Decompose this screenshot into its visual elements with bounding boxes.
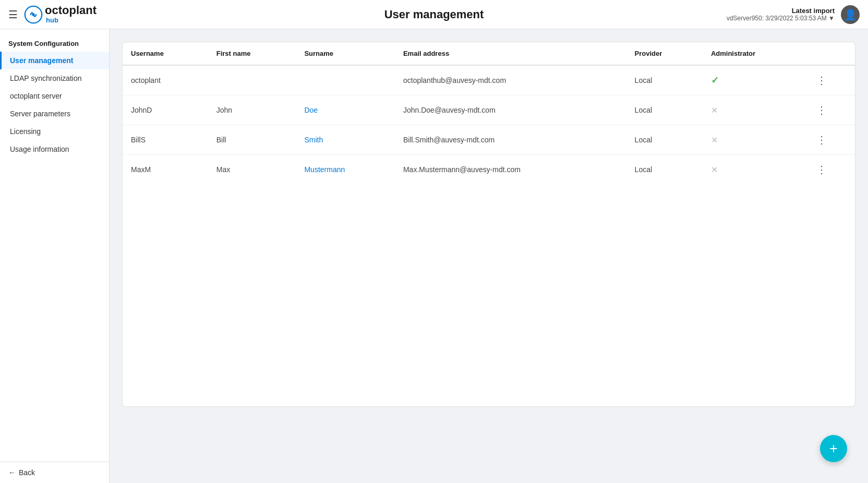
col-email: Email address [395,42,626,65]
table-row: BillSBillSmithBill.Smith@auvesy-mdt.comL… [123,125,855,155]
cell-actions: ⋮ [808,95,855,125]
cell-surname [296,65,395,95]
row-menu-button[interactable]: ⋮ [816,164,827,175]
cell-email: octoplanthub@auvesy-mdt.com [395,65,626,95]
cell-surname: Doe [296,95,395,125]
sidebar-item-ldap[interactable]: LDAP synchronization [0,69,109,87]
sidebar-section-title: System Configuration [0,33,109,52]
sidebar-item-usage-information[interactable]: Usage information [0,140,109,158]
cell-administrator: ✕ [703,155,808,185]
sidebar-item-user-management[interactable]: User management [0,52,109,69]
col-firstname: First name [208,42,296,65]
col-surname: Surname [296,42,395,65]
back-arrow-icon: ← [8,468,16,477]
cell-username: octoplant [123,65,208,95]
cross-icon: ✕ [711,106,718,115]
add-user-button[interactable]: + [820,435,847,462]
latest-import-label: Latest import [727,7,835,15]
svg-point-1 [32,13,34,16]
user-table: Username First name Surname Email addres… [123,42,855,184]
cell-email: John.Doe@auvesy-mdt.com [395,95,626,125]
cell-provider: Local [626,155,703,185]
cell-username: BillS [123,125,208,155]
cell-administrator: ✓ [703,65,808,95]
cell-firstname: Bill [208,125,296,155]
table-header-row: Username First name Surname Email addres… [123,42,855,65]
table-row: JohnDJohnDoeJohn.Doe@auvesy-mdt.comLocal… [123,95,855,125]
logo-brand: octoplant hub [45,5,97,24]
col-provider: Provider [626,42,703,65]
user-table-card: Username First name Surname Email addres… [122,42,855,407]
cell-username: MaxM [123,155,208,185]
cell-firstname: Max [208,155,296,185]
app-header: ☰ octoplant hub User management Latest i… [0,0,868,29]
cell-surname: Smith [296,125,395,155]
cell-email: Bill.Smith@auvesy-mdt.com [395,125,626,155]
sidebar-item-server-parameters[interactable]: Server parameters [0,105,109,123]
checkmark-icon: ✓ [711,75,719,86]
main-layout: System Configuration User management LDA… [0,29,868,483]
cell-firstname [208,65,296,95]
cell-administrator: ✕ [703,125,808,155]
avatar[interactable]: 👤 [841,5,860,24]
cell-actions: ⋮ [808,65,855,95]
cell-provider: Local [626,65,703,95]
sidebar: System Configuration User management LDA… [0,29,110,483]
header-right: Latest import vdServer950: 3/29/2022 5:0… [727,5,860,24]
cell-surname: Mustermann [296,155,395,185]
cell-username: JohnD [123,95,208,125]
col-administrator: Administrator [703,42,808,65]
sidebar-item-licensing[interactable]: Licensing [0,123,109,140]
page-title: User management [384,8,484,21]
col-actions [808,42,855,65]
table-row: MaxMMaxMustermannMax.Mustermann@auvesy-m… [123,155,855,185]
sidebar-item-octoplant-server[interactable]: octoplant server [0,87,109,105]
cell-provider: Local [626,95,703,125]
latest-import-value[interactable]: vdServer950: 3/29/2022 5:03:53 AM ▼ [727,15,835,22]
cell-actions: ⋮ [808,125,855,155]
cell-actions: ⋮ [808,155,855,185]
row-menu-button[interactable]: ⋮ [816,75,827,86]
back-button[interactable]: ← Back [8,468,101,477]
main-content: Username First name Surname Email addres… [110,29,868,483]
row-menu-button[interactable]: ⋮ [816,104,827,116]
col-username: Username [123,42,208,65]
row-menu-button[interactable]: ⋮ [816,134,827,146]
cell-firstname: John [208,95,296,125]
logo-area: octoplant hub [24,5,97,24]
cell-provider: Local [626,125,703,155]
table-row: octoplantoctoplanthub@auvesy-mdt.comLoca… [123,65,855,95]
menu-icon[interactable]: ☰ [8,8,18,21]
cell-email: Max.Mustermann@auvesy-mdt.com [395,155,626,185]
sidebar-bottom: ← Back [0,462,109,483]
cell-administrator: ✕ [703,95,808,125]
cross-icon: ✕ [711,165,718,174]
cross-icon: ✕ [711,136,718,144]
latest-import-section: Latest import vdServer950: 3/29/2022 5:0… [727,7,835,22]
